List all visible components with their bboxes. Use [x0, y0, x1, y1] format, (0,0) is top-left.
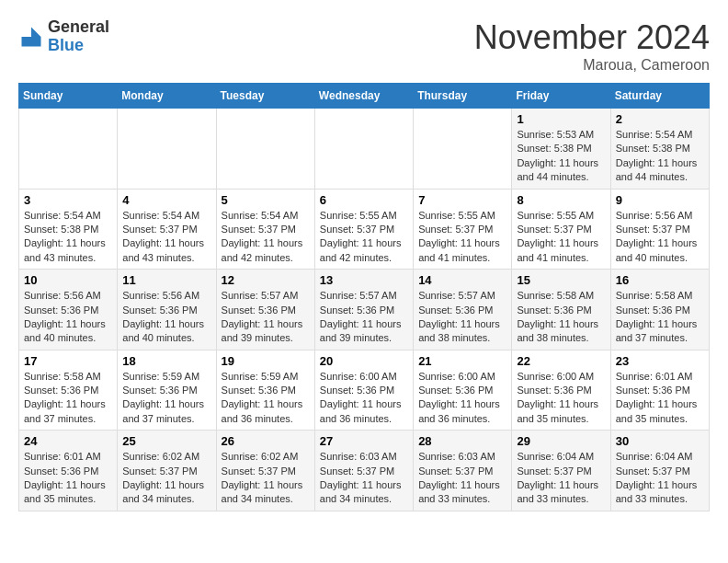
day-info: Sunrise: 6:00 AM Sunset: 5:36 PM Dayligh… [418, 370, 506, 427]
day-info: Sunrise: 5:54 AM Sunset: 5:38 PM Dayligh… [616, 128, 704, 185]
calendar-day-cell: 23Sunrise: 6:01 AM Sunset: 5:36 PM Dayli… [610, 350, 709, 431]
calendar-day-cell: 13Sunrise: 5:57 AM Sunset: 5:36 PM Dayli… [314, 270, 413, 350]
day-number: 21 [418, 354, 506, 368]
day-number: 25 [122, 434, 210, 448]
day-number: 22 [517, 354, 605, 368]
day-info: Sunrise: 6:01 AM Sunset: 5:36 PM Dayligh… [616, 370, 704, 427]
calendar-day-cell [19, 109, 118, 190]
day-number: 15 [517, 273, 605, 287]
logo-blue-text: Blue [48, 37, 109, 55]
day-info: Sunrise: 6:02 AM Sunset: 5:37 PM Dayligh… [122, 450, 210, 507]
calendar-day-cell: 15Sunrise: 5:58 AM Sunset: 5:36 PM Dayli… [512, 270, 610, 350]
day-info: Sunrise: 5:58 AM Sunset: 5:36 PM Dayligh… [616, 289, 704, 346]
page-header: General Blue November 2024 Maroua, Camer… [18, 18, 710, 74]
calendar-day-cell: 3Sunrise: 5:54 AM Sunset: 5:38 PM Daylig… [19, 189, 118, 270]
day-number: 7 [418, 193, 506, 207]
calendar-day-cell: 2Sunrise: 5:54 AM Sunset: 5:38 PM Daylig… [610, 109, 709, 190]
day-number: 8 [517, 193, 605, 207]
day-info: Sunrise: 5:58 AM Sunset: 5:36 PM Dayligh… [24, 370, 112, 427]
calendar-day-cell: 21Sunrise: 6:00 AM Sunset: 5:36 PM Dayli… [414, 350, 512, 431]
calendar-day-cell: 7Sunrise: 5:55 AM Sunset: 5:37 PM Daylig… [414, 189, 512, 270]
calendar-day-cell [314, 109, 413, 190]
calendar-table: SundayMondayTuesdayWednesdayThursdayFrid… [18, 83, 710, 511]
day-info: Sunrise: 5:59 AM Sunset: 5:36 PM Dayligh… [222, 370, 310, 427]
day-number: 20 [320, 354, 408, 368]
day-info: Sunrise: 5:54 AM Sunset: 5:38 PM Dayligh… [24, 209, 112, 266]
title-area: November 2024 Maroua, Cameroon [474, 18, 710, 74]
calendar-day-cell: 5Sunrise: 5:54 AM Sunset: 5:37 PM Daylig… [216, 189, 314, 270]
calendar-day-cell: 17Sunrise: 5:58 AM Sunset: 5:36 PM Dayli… [19, 350, 118, 431]
calendar-day-cell: 27Sunrise: 6:03 AM Sunset: 5:37 PM Dayli… [314, 431, 413, 511]
calendar-day-cell: 28Sunrise: 6:03 AM Sunset: 5:37 PM Dayli… [414, 431, 512, 511]
day-number: 2 [616, 112, 704, 126]
calendar-day-cell: 24Sunrise: 6:01 AM Sunset: 5:36 PM Dayli… [19, 431, 118, 511]
calendar-day-cell: 4Sunrise: 5:54 AM Sunset: 5:37 PM Daylig… [118, 189, 216, 270]
day-info: Sunrise: 5:55 AM Sunset: 5:37 PM Dayligh… [320, 209, 408, 266]
day-info: Sunrise: 6:02 AM Sunset: 5:37 PM Dayligh… [222, 450, 310, 507]
day-number: 23 [616, 354, 704, 368]
day-number: 4 [122, 193, 210, 207]
calendar-week-row: 10Sunrise: 5:56 AM Sunset: 5:36 PM Dayli… [19, 270, 710, 350]
calendar-week-row: 17Sunrise: 5:58 AM Sunset: 5:36 PM Dayli… [19, 350, 710, 431]
day-number: 9 [616, 193, 704, 207]
day-number: 6 [320, 193, 408, 207]
calendar-day-cell: 9Sunrise: 5:56 AM Sunset: 5:37 PM Daylig… [610, 189, 709, 270]
day-info: Sunrise: 5:55 AM Sunset: 5:37 PM Dayligh… [418, 209, 506, 266]
calendar-day-cell [118, 109, 216, 190]
calendar-week-row: 3Sunrise: 5:54 AM Sunset: 5:38 PM Daylig… [19, 189, 710, 270]
day-number: 16 [616, 273, 704, 287]
calendar-day-cell: 18Sunrise: 5:59 AM Sunset: 5:36 PM Dayli… [118, 350, 216, 431]
calendar-day-cell: 12Sunrise: 5:57 AM Sunset: 5:36 PM Dayli… [216, 270, 314, 350]
day-number: 14 [418, 273, 506, 287]
day-number: 17 [24, 354, 112, 368]
day-info: Sunrise: 5:54 AM Sunset: 5:37 PM Dayligh… [222, 209, 310, 266]
calendar-week-row: 24Sunrise: 6:01 AM Sunset: 5:36 PM Dayli… [19, 431, 710, 511]
calendar-week-row: 1Sunrise: 5:53 AM Sunset: 5:38 PM Daylig… [19, 109, 710, 190]
svg-rect-1 [22, 37, 41, 47]
day-number: 11 [122, 273, 210, 287]
day-number: 28 [418, 434, 506, 448]
day-number: 1 [517, 112, 605, 126]
day-info: Sunrise: 6:03 AM Sunset: 5:37 PM Dayligh… [320, 450, 408, 507]
calendar-day-cell: 1Sunrise: 5:53 AM Sunset: 5:38 PM Daylig… [512, 109, 610, 190]
calendar-day-cell: 6Sunrise: 5:55 AM Sunset: 5:37 PM Daylig… [314, 189, 413, 270]
calendar-day-cell: 14Sunrise: 5:57 AM Sunset: 5:36 PM Dayli… [414, 270, 512, 350]
day-info: Sunrise: 5:57 AM Sunset: 5:36 PM Dayligh… [320, 289, 408, 346]
day-number: 30 [616, 434, 704, 448]
day-info: Sunrise: 5:54 AM Sunset: 5:37 PM Dayligh… [122, 209, 210, 266]
day-number: 10 [24, 273, 112, 287]
day-info: Sunrise: 6:01 AM Sunset: 5:36 PM Dayligh… [24, 450, 112, 507]
day-number: 12 [222, 273, 310, 287]
calendar-day-cell: 8Sunrise: 5:55 AM Sunset: 5:37 PM Daylig… [512, 189, 610, 270]
day-number: 24 [24, 434, 112, 448]
day-info: Sunrise: 6:04 AM Sunset: 5:37 PM Dayligh… [616, 450, 704, 507]
day-number: 18 [122, 354, 210, 368]
svg-marker-0 [31, 27, 41, 37]
calendar-day-cell: 19Sunrise: 5:59 AM Sunset: 5:36 PM Dayli… [216, 350, 314, 431]
calendar-day-cell: 26Sunrise: 6:02 AM Sunset: 5:37 PM Dayli… [216, 431, 314, 511]
day-info: Sunrise: 5:53 AM Sunset: 5:38 PM Dayligh… [517, 128, 605, 185]
day-info: Sunrise: 5:58 AM Sunset: 5:36 PM Dayligh… [517, 289, 605, 346]
day-info: Sunrise: 5:56 AM Sunset: 5:36 PM Dayligh… [24, 289, 112, 346]
col-header-thursday: Thursday [414, 84, 512, 109]
col-header-tuesday: Tuesday [216, 84, 314, 109]
calendar-day-cell: 22Sunrise: 6:00 AM Sunset: 5:36 PM Dayli… [512, 350, 610, 431]
calendar-day-cell: 10Sunrise: 5:56 AM Sunset: 5:36 PM Dayli… [19, 270, 118, 350]
col-header-sunday: Sunday [19, 84, 118, 109]
day-number: 13 [320, 273, 408, 287]
logo-icon [18, 24, 44, 50]
day-info: Sunrise: 6:03 AM Sunset: 5:37 PM Dayligh… [418, 450, 506, 507]
logo: General Blue [18, 18, 109, 55]
day-number: 27 [320, 434, 408, 448]
day-number: 29 [517, 434, 605, 448]
calendar-day-cell: 20Sunrise: 6:00 AM Sunset: 5:36 PM Dayli… [314, 350, 413, 431]
day-number: 5 [222, 193, 310, 207]
day-info: Sunrise: 5:56 AM Sunset: 5:37 PM Dayligh… [616, 209, 704, 266]
col-header-saturday: Saturday [610, 84, 709, 109]
day-info: Sunrise: 5:57 AM Sunset: 5:36 PM Dayligh… [222, 289, 310, 346]
calendar-day-cell: 16Sunrise: 5:58 AM Sunset: 5:36 PM Dayli… [610, 270, 709, 350]
calendar-day-cell: 25Sunrise: 6:02 AM Sunset: 5:37 PM Dayli… [118, 431, 216, 511]
day-info: Sunrise: 6:00 AM Sunset: 5:36 PM Dayligh… [320, 370, 408, 427]
day-info: Sunrise: 5:59 AM Sunset: 5:36 PM Dayligh… [122, 370, 210, 427]
day-info: Sunrise: 5:56 AM Sunset: 5:36 PM Dayligh… [122, 289, 210, 346]
